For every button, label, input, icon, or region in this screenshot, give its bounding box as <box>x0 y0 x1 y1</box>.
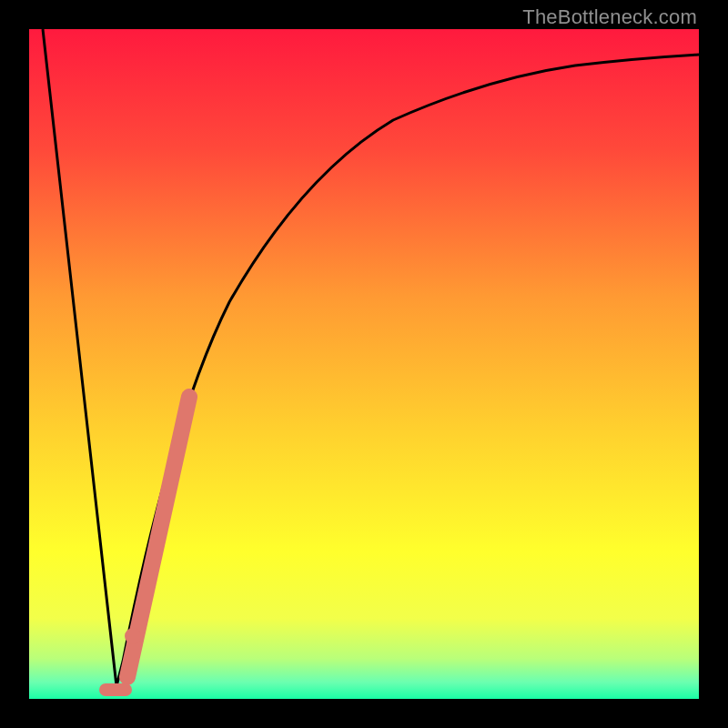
chart-frame: TheBottleneck.com <box>0 0 728 728</box>
bottleneck-curve <box>29 29 699 699</box>
watermark-text: TheBottleneck.com <box>522 5 697 29</box>
plot-area <box>29 29 699 699</box>
highlight-dot <box>125 628 141 644</box>
